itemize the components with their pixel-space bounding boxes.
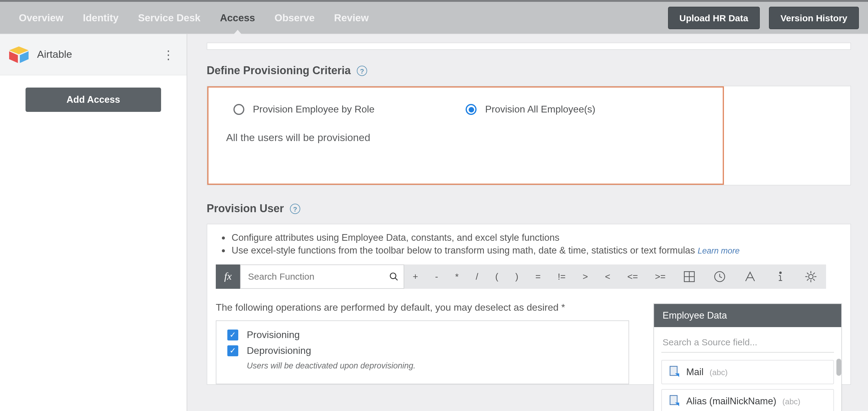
svg-point-16 xyxy=(809,274,813,279)
radio-off-icon xyxy=(234,104,244,115)
fx-icon[interactable]: fx xyxy=(216,264,240,289)
tab-overview[interactable]: Overview xyxy=(9,1,73,35)
tab-label: Review xyxy=(334,12,369,23)
tab-label: Overview xyxy=(19,12,64,23)
op-lt[interactable]: < xyxy=(597,264,619,289)
help-icon[interactable]: ? xyxy=(290,204,300,214)
attribute-type: (abc) xyxy=(782,397,800,406)
add-access-button[interactable]: Add Access xyxy=(26,88,161,112)
employee-data-panel: Employee Data Mail (abc) xyxy=(653,303,842,411)
sidebar-app-row[interactable]: Airtable ⋮ xyxy=(0,34,187,76)
checkbox-provisioning[interactable]: ✓ Provisioning xyxy=(227,329,618,341)
search-icon[interactable] xyxy=(389,270,404,283)
op-divide[interactable]: / xyxy=(467,264,487,289)
radio-label: Provision All Employee(s) xyxy=(485,104,595,115)
op-lte[interactable]: <= xyxy=(619,264,646,289)
op-multiply[interactable]: * xyxy=(447,264,467,289)
checkbox-label: Provisioning xyxy=(247,329,300,341)
text-icon[interactable] xyxy=(735,264,765,289)
more-icon[interactable]: ⋮ xyxy=(162,47,175,62)
prev-card-sliver xyxy=(207,42,851,50)
tab-label: Identity xyxy=(83,12,119,23)
svg-line-10 xyxy=(720,276,722,278)
topbar: Overview Identity Service Desk Access Ob… xyxy=(0,0,868,34)
tab-access[interactable]: Access xyxy=(210,1,265,35)
sidebar-app-name: Airtable xyxy=(37,48,72,60)
tab-label: Access xyxy=(220,12,255,23)
checkbox-label: Deprovisioning xyxy=(247,345,311,356)
radio-all-employees[interactable]: Provision All Employee(s) xyxy=(466,104,595,115)
tab-observe[interactable]: Observe xyxy=(265,1,324,35)
nav-tabs: Overview Identity Service Desk Access Ob… xyxy=(9,1,378,35)
op-gt[interactable]: > xyxy=(574,264,597,289)
info-icon[interactable] xyxy=(765,264,796,289)
attribute-name: Mail xyxy=(686,366,704,378)
tab-label: Observe xyxy=(274,12,315,23)
field-icon xyxy=(668,365,680,379)
svg-line-23 xyxy=(807,279,809,281)
clock-icon[interactable] xyxy=(705,264,735,289)
main-area: Define Provisioning Criteria ? Provision… xyxy=(187,34,868,411)
help-icon[interactable]: ? xyxy=(357,66,367,76)
sidebar: Airtable ⋮ Add Access xyxy=(0,34,187,411)
ops-box: ✓ Provisioning ✓ Deprovisioning Users wi… xyxy=(216,320,629,384)
checkbox-checked-icon: ✓ xyxy=(227,345,238,356)
search-function-wrap xyxy=(240,264,404,289)
radio-label: Provision Employee by Role xyxy=(253,104,374,115)
svg-line-24 xyxy=(813,273,815,274)
svg-point-12 xyxy=(780,272,781,273)
tab-identity[interactable]: Identity xyxy=(73,1,128,35)
search-function-input[interactable] xyxy=(241,271,389,282)
function-toolbar: fx + - * / ( ) = xyxy=(216,264,850,289)
criteria-main: Provision Employee by Role Provision All… xyxy=(207,86,724,185)
radio-on-icon xyxy=(466,104,476,115)
op-eq[interactable]: = xyxy=(527,264,550,289)
field-icon xyxy=(668,394,680,409)
employee-data-search-input[interactable] xyxy=(661,333,834,353)
op-paren-open[interactable]: ( xyxy=(487,264,507,289)
provision-user-card: Configure attributes using Employee Data… xyxy=(207,224,851,385)
section-title-provision-user: Provision User xyxy=(207,202,284,215)
criteria-note: All the users will be provisioned xyxy=(226,132,705,144)
checkbox-checked-icon: ✓ xyxy=(227,329,238,341)
attribute-item[interactable]: Alias (mailNickName) (abc) xyxy=(661,389,834,411)
instruction-bullets: Configure attributes using Employee Data… xyxy=(207,232,850,257)
bullet-item: Use excel-style functions from the toolb… xyxy=(231,244,850,257)
op-paren-close[interactable]: ) xyxy=(507,264,527,289)
svg-point-3 xyxy=(390,273,396,279)
svg-line-21 xyxy=(807,273,809,274)
employee-data-heading: Employee Data xyxy=(654,304,841,327)
math-icon[interactable] xyxy=(674,264,705,289)
svg-line-4 xyxy=(395,278,398,280)
attribute-item[interactable]: Mail (abc) xyxy=(661,360,834,384)
op-plus[interactable]: + xyxy=(404,264,427,289)
airtable-icon xyxy=(9,46,29,63)
attribute-list: Mail (abc) Alias (mailNickName) (abc) xyxy=(661,360,834,411)
section-title-criteria: Define Provisioning Criteria xyxy=(207,64,351,77)
bullet-item: Configure attributes using Employee Data… xyxy=(231,232,850,244)
operator-strip: + - * / ( ) = != > < <= >= xyxy=(404,264,826,289)
criteria-card: Provision Employee by Role Provision All… xyxy=(207,86,851,185)
upload-hr-button[interactable]: Upload HR Data xyxy=(668,6,760,29)
radio-by-role[interactable]: Provision Employee by Role xyxy=(234,104,374,115)
stats-icon[interactable] xyxy=(796,264,826,289)
attribute-type: (abc) xyxy=(710,368,727,377)
op-gte[interactable]: >= xyxy=(646,264,674,289)
svg-line-22 xyxy=(813,279,815,281)
topbar-actions: Upload HR Data Version History xyxy=(668,6,859,29)
tab-label: Service Desk xyxy=(138,12,200,23)
scrollbar[interactable] xyxy=(836,359,841,376)
checkbox-deprovisioning[interactable]: ✓ Deprovisioning xyxy=(227,345,618,356)
op-neq[interactable]: != xyxy=(549,264,574,289)
tab-review[interactable]: Review xyxy=(324,1,378,35)
learn-more-link[interactable]: Learn more xyxy=(698,246,739,255)
tab-service-desk[interactable]: Service Desk xyxy=(128,1,210,35)
version-history-button[interactable]: Version History xyxy=(769,6,859,29)
op-minus[interactable]: - xyxy=(427,264,447,289)
attribute-name: Alias (mailNickName) xyxy=(686,396,776,407)
deprov-note: Users will be deactivated upon deprovisi… xyxy=(247,361,618,370)
bullet-text: Use excel-style functions from the toolb… xyxy=(231,245,695,255)
